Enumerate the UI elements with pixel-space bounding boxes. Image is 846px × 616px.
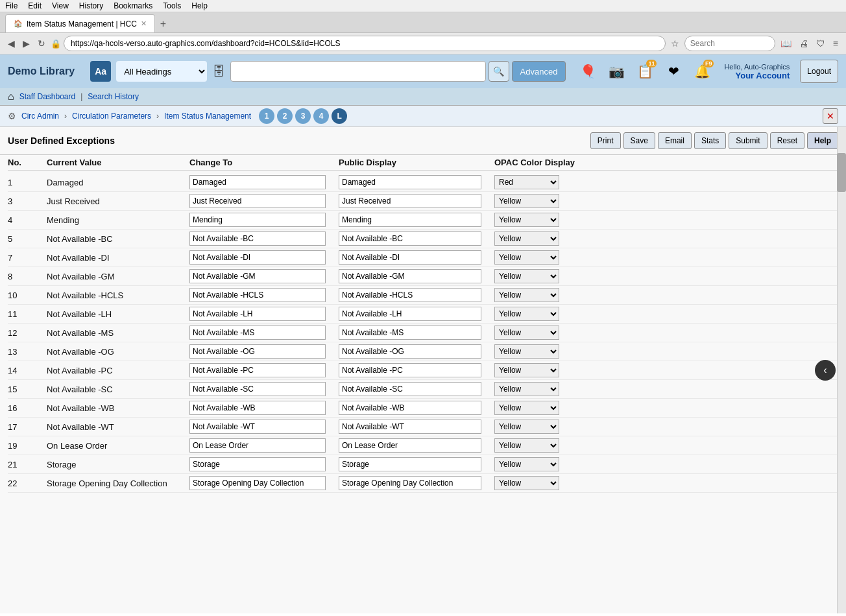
menu-edit[interactable]: Edit: [28, 1, 42, 10]
list-icon[interactable]: 📋 11: [633, 60, 657, 83]
row-change-to-input[interactable]: [189, 401, 326, 415]
row-color-select[interactable]: RedYellowGreenBlueOrangeNone: [494, 326, 559, 340]
bookmark-icon[interactable]: ☆: [668, 37, 682, 50]
address-bar[interactable]: [64, 36, 666, 51]
back-button[interactable]: ◀: [5, 37, 18, 50]
row-change-to-input[interactable]: [189, 457, 326, 471]
row-change-to-input[interactable]: [189, 213, 326, 227]
reader-icon[interactable]: 📖: [778, 37, 794, 50]
database-icon[interactable]: 🗄: [212, 64, 225, 79]
search-button[interactable]: 🔍: [489, 61, 509, 82]
logout-button[interactable]: Logout: [800, 60, 838, 83]
row-color-select[interactable]: RedYellowGreenBlueOrangeNone: [494, 175, 559, 189]
reload-button[interactable]: ↻: [35, 37, 48, 50]
row-color-select[interactable]: RedYellowGreenBlueOrangeNone: [494, 363, 559, 377]
save-button[interactable]: Save: [623, 132, 655, 149]
row-public-display-input[interactable]: [339, 438, 481, 453]
row-public-display-input[interactable]: [339, 401, 481, 415]
home-icon[interactable]: ⌂: [8, 91, 14, 102]
row-color-select[interactable]: RedYellowGreenBlueOrangeNone: [494, 382, 559, 396]
scrollbar-thumb[interactable]: [837, 153, 846, 192]
menu-history[interactable]: History: [79, 1, 103, 10]
breadcrumb-item-status[interactable]: Item Status Management: [164, 112, 251, 121]
row-change-to-input[interactable]: [189, 307, 326, 321]
balloon-icon[interactable]: 🎈: [576, 60, 599, 83]
row-public-display-input[interactable]: [339, 344, 481, 359]
step-1-button[interactable]: 1: [259, 108, 274, 124]
row-public-display-input[interactable]: [339, 250, 481, 265]
row-change-to-input[interactable]: [189, 382, 326, 396]
row-public-display-input[interactable]: [339, 457, 481, 471]
row-color-select[interactable]: RedYellowGreenBlueOrangeNone: [494, 250, 559, 265]
menu-file[interactable]: File: [5, 1, 18, 10]
row-color-select[interactable]: RedYellowGreenBlueOrangeNone: [494, 438, 559, 453]
row-color-select[interactable]: RedYellowGreenBlueOrangeNone: [494, 457, 559, 471]
menu-view[interactable]: View: [52, 1, 69, 10]
row-change-to-input[interactable]: [189, 476, 326, 490]
staff-dashboard-link[interactable]: Staff Dashboard: [19, 92, 76, 101]
print-icon[interactable]: 🖨: [797, 37, 811, 50]
row-public-display-input[interactable]: [339, 194, 481, 208]
row-change-to-input[interactable]: [189, 194, 326, 208]
step-3-button[interactable]: 3: [295, 108, 311, 124]
row-public-display-input[interactable]: [339, 363, 481, 377]
row-change-to-input[interactable]: [189, 269, 326, 283]
row-public-display-input[interactable]: [339, 307, 481, 321]
row-change-to-input[interactable]: [189, 250, 326, 265]
row-public-display-input[interactable]: [339, 288, 481, 302]
row-change-to-input[interactable]: [189, 344, 326, 359]
row-change-to-input[interactable]: [189, 231, 326, 246]
menu-help[interactable]: Help: [191, 1, 208, 10]
row-public-display-input[interactable]: [339, 213, 481, 227]
forward-button[interactable]: ▶: [20, 37, 32, 50]
search-input[interactable]: [230, 61, 485, 82]
heart-icon[interactable]: ❤: [662, 60, 685, 83]
shield-icon[interactable]: 🛡: [814, 37, 828, 50]
email-button[interactable]: Email: [658, 132, 692, 149]
menu-icon[interactable]: ≡: [830, 37, 841, 50]
scrollbar-track[interactable]: [837, 127, 846, 613]
scroll-back-arrow[interactable]: ‹: [815, 360, 836, 381]
row-color-select[interactable]: RedYellowGreenBlueOrangeNone: [494, 194, 559, 208]
reset-button[interactable]: Reset: [770, 132, 804, 149]
advanced-button[interactable]: Advanced: [512, 61, 566, 82]
row-change-to-input[interactable]: [189, 175, 326, 189]
row-public-display-input[interactable]: [339, 326, 481, 340]
row-public-display-input[interactable]: [339, 476, 481, 490]
row-change-to-input[interactable]: [189, 363, 326, 377]
active-tab[interactable]: 🏠 Item Status Management | HCC ✕: [5, 14, 155, 32]
row-color-select[interactable]: RedYellowGreenBlueOrangeNone: [494, 288, 559, 302]
account-label[interactable]: Your Account: [736, 71, 790, 80]
f9-icon[interactable]: 🔔 F9: [690, 60, 714, 83]
browser-search-input[interactable]: [684, 36, 775, 51]
menu-tools[interactable]: Tools: [163, 1, 181, 10]
row-color-select[interactable]: RedYellowGreenBlueOrangeNone: [494, 307, 559, 321]
step-4-button[interactable]: 4: [313, 108, 329, 124]
submit-button[interactable]: Submit: [729, 132, 767, 149]
row-change-to-input[interactable]: [189, 420, 326, 434]
step-2-button[interactable]: 2: [277, 108, 293, 124]
row-color-select[interactable]: RedYellowGreenBlueOrangeNone: [494, 420, 559, 434]
row-color-select[interactable]: RedYellowGreenBlueOrangeNone: [494, 401, 559, 415]
search-history-link[interactable]: Search History: [88, 92, 139, 101]
row-color-select[interactable]: RedYellowGreenBlueOrangeNone: [494, 213, 559, 227]
breadcrumb-circ-params[interactable]: Circulation Parameters: [72, 112, 151, 121]
row-change-to-input[interactable]: [189, 438, 326, 453]
heading-select[interactable]: All Headings Title Author Subject: [116, 61, 207, 82]
stats-button[interactable]: Stats: [694, 132, 726, 149]
row-public-display-input[interactable]: [339, 382, 481, 396]
row-change-to-input[interactable]: [189, 288, 326, 302]
close-button[interactable]: ✕: [823, 108, 838, 124]
row-color-select[interactable]: RedYellowGreenBlueOrangeNone: [494, 476, 559, 490]
step-l-button[interactable]: L: [332, 108, 347, 124]
row-change-to-input[interactable]: [189, 326, 326, 340]
camera-icon[interactable]: 📷: [605, 60, 628, 83]
help-button[interactable]: Help: [807, 132, 838, 149]
row-public-display-input[interactable]: [339, 231, 481, 246]
breadcrumb-circ-admin[interactable]: Circ Admin: [21, 112, 59, 121]
print-button[interactable]: Print: [590, 132, 621, 149]
row-public-display-input[interactable]: [339, 269, 481, 283]
row-color-select[interactable]: RedYellowGreenBlueOrangeNone: [494, 231, 559, 246]
menu-bookmarks[interactable]: Bookmarks: [114, 1, 152, 10]
row-public-display-input[interactable]: [339, 420, 481, 434]
